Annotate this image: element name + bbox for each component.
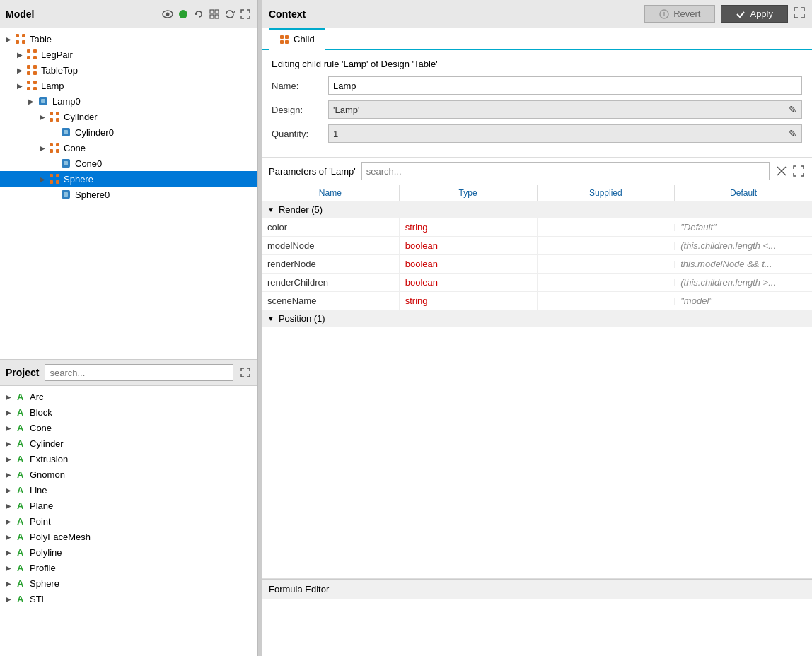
project-item-extrusion[interactable]: ▶ A Extrusion (0, 451, 257, 467)
expand-icon[interactable] (239, 8, 252, 20)
tree-item-legpair[interactable]: ▶ LegPair (0, 47, 257, 62)
parameters-section: Parameters of 'Lamp' Name Type Supplied … (262, 158, 812, 579)
project-item-polyfacemesh[interactable]: ▶ A PolyFaceMesh (0, 529, 257, 544)
model-tree: ▶ Table▶ LegPair▶ TableTop▶ Lamp▶ Lamp0▶… (0, 28, 257, 359)
refresh-icon[interactable] (224, 8, 236, 20)
project-expand-icon[interactable] (239, 366, 252, 379)
tree-item-table[interactable]: ▶ Table (0, 31, 257, 47)
project-toggle[interactable]: ▶ (3, 486, 14, 494)
project-item-polyline[interactable]: ▶ A Polyline (0, 544, 257, 560)
project-toggle[interactable]: ▶ (3, 471, 14, 479)
record-icon[interactable] (177, 8, 190, 20)
tree-item-tabletop[interactable]: ▶ TableTop (0, 62, 257, 78)
tree-item-cone[interactable]: ▶ Cone (0, 140, 257, 156)
context-header: Context Revert Apply (262, 0, 812, 28)
project-icon-plane: A (14, 499, 27, 512)
eye-icon[interactable] (161, 8, 174, 20)
project-toggle[interactable]: ▶ (3, 440, 14, 447)
tree-toggle-tabletop[interactable]: ▶ (14, 66, 25, 74)
params-expand-icon[interactable] (792, 165, 805, 177)
tree-item-cylinder[interactable]: ▶ Cylinder (0, 109, 257, 124)
tree-item-lamp[interactable]: ▶ Lamp (0, 78, 257, 93)
tree-toggle-lamp[interactable]: ▶ (14, 82, 25, 90)
params-group-render(5)[interactable]: ▼Render (5) (262, 201, 812, 218)
svg-text:A: A (17, 563, 24, 573)
svg-rect-14 (33, 56, 37, 59)
project-icon-sphere: A (14, 577, 27, 590)
project-item-point[interactable]: ▶ A Point (0, 513, 257, 529)
tree-label-sphere: Sphere (64, 174, 93, 184)
project-toggle[interactable]: ▶ (3, 502, 14, 510)
quantity-input[interactable]: 1 ✎ (328, 124, 802, 143)
project-item-profile[interactable]: ▶ A Profile (0, 560, 257, 575)
name-input[interactable] (328, 76, 802, 95)
tree-toggle-legpair[interactable]: ▶ (14, 51, 25, 59)
params-search[interactable] (361, 162, 770, 180)
svg-rect-16 (33, 65, 37, 69)
param-default-sceneName: "model" (675, 292, 812, 310)
quantity-edit-icon[interactable]: ✎ (789, 128, 797, 139)
svg-rect-60 (285, 35, 289, 39)
undo-icon[interactable] (192, 8, 205, 20)
tree-label-tabletop: TableTop (41, 65, 78, 76)
param-supplied-renderNode (538, 261, 675, 268)
project-toggle[interactable]: ▶ (3, 595, 14, 603)
revert-button[interactable]: Revert (644, 5, 715, 23)
params-group-position(1)[interactable]: ▼Position (1) (262, 310, 812, 327)
revert-label: Revert (673, 8, 700, 19)
tree-item-sphere0[interactable]: Sphere0 (0, 187, 257, 202)
project-item-sphere[interactable]: ▶ A Sphere (0, 575, 257, 591)
tree-item-lamp0[interactable]: ▶ Lamp0 (0, 93, 257, 109)
project-icon-arc: A (14, 390, 27, 403)
name-row: Name: (272, 76, 802, 95)
param-name-modelNode: modelNode (262, 237, 400, 254)
context-expand-icon[interactable] (794, 7, 805, 20)
formula-editor-body[interactable] (262, 599, 812, 656)
tree-item-sphere[interactable]: ▶ Sphere (0, 171, 257, 187)
apply-button[interactable]: Apply (721, 5, 788, 23)
design-edit-icon[interactable]: ✎ (789, 104, 797, 115)
grid-icon[interactable] (208, 8, 221, 20)
svg-text:A: A (17, 547, 24, 558)
project-label-line: Line (30, 485, 47, 496)
tree-item-cylinder0[interactable]: Cylinder0 (0, 124, 257, 140)
tree-toggle-cone[interactable]: ▶ (37, 144, 48, 152)
params-clear-icon[interactable] (775, 165, 788, 177)
project-item-cone[interactable]: ▶ A Cone (0, 420, 257, 435)
group-toggle[interactable]: ▼ (267, 206, 274, 213)
project-item-cylinder[interactable]: ▶ A Cylinder (0, 435, 257, 451)
project-header: Project (0, 360, 257, 386)
group-toggle[interactable]: ▼ (267, 315, 274, 322)
tree-toggle-cylinder[interactable]: ▶ (37, 113, 48, 121)
svg-rect-39 (50, 180, 53, 184)
tree-icon-sphere (48, 172, 61, 185)
tree-item-cone0[interactable]: Cone0 (0, 156, 257, 171)
project-label-arc: Arc (30, 392, 44, 402)
project-toggle[interactable]: ▶ (3, 549, 14, 556)
project-item-arc[interactable]: ▶ A Arc (0, 389, 257, 404)
project-toggle[interactable]: ▶ (3, 533, 14, 541)
svg-rect-8 (22, 34, 25, 37)
project-item-plane[interactable]: ▶ A Plane (0, 498, 257, 513)
project-toggle[interactable]: ▶ (3, 580, 14, 587)
tree-toggle-table[interactable]: ▶ (3, 35, 14, 43)
project-item-stl[interactable]: ▶ A STL (0, 591, 257, 607)
project-toggle[interactable]: ▶ (3, 564, 14, 572)
svg-text:A: A (17, 407, 24, 418)
project-item-block[interactable]: ▶ A Block (0, 404, 257, 420)
svg-rect-18 (33, 71, 37, 75)
svg-rect-28 (56, 118, 59, 122)
tab-child[interactable]: Child (269, 28, 325, 50)
project-label-stl: STL (30, 594, 47, 604)
tree-toggle-lamp0[interactable]: ▶ (25, 98, 37, 105)
project-toggle[interactable]: ▶ (3, 455, 14, 463)
project-search[interactable] (45, 364, 233, 381)
design-input[interactable]: 'Lamp' ✎ (328, 100, 802, 119)
project-item-gnomon[interactable]: ▶ A Gnomon (0, 467, 257, 482)
tree-toggle-sphere[interactable]: ▶ (37, 175, 48, 183)
project-toggle[interactable]: ▶ (3, 409, 14, 416)
project-item-line[interactable]: ▶ A Line (0, 482, 257, 498)
project-toggle[interactable]: ▶ (3, 517, 14, 525)
project-toggle[interactable]: ▶ (3, 424, 14, 432)
project-toggle[interactable]: ▶ (3, 393, 14, 401)
